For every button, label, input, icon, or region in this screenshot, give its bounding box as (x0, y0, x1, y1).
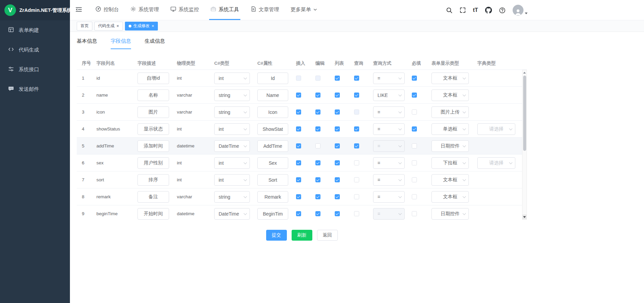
list-checkbox[interactable] (335, 93, 340, 98)
close-icon[interactable]: × (116, 24, 119, 28)
cs-prop-input[interactable]: Remark (257, 191, 288, 203)
edit-checkbox[interactable] (315, 93, 320, 98)
github-icon[interactable] (485, 7, 492, 14)
close-icon[interactable]: × (152, 24, 154, 28)
topnav-item-system-monitor[interactable]: 系统监控 (169, 0, 200, 20)
cs-prop-input[interactable]: Name (257, 89, 288, 101)
required-checkbox[interactable] (412, 93, 417, 98)
insert-checkbox[interactable] (296, 177, 301, 182)
font-size-icon[interactable]: tT (473, 7, 478, 13)
field-desc-input[interactable]: 名称 (137, 89, 169, 101)
cs-type-select[interactable]: string (214, 106, 250, 118)
refresh-button[interactable]: 刷新 (292, 230, 312, 241)
scrollbar-thumb[interactable] (523, 76, 526, 151)
query-checkbox[interactable] (354, 126, 359, 132)
required-checkbox[interactable] (412, 76, 417, 81)
display-type-select[interactable]: 文本框 (431, 89, 469, 101)
display-type-select[interactable]: 文本框 (431, 191, 469, 203)
required-checkbox[interactable] (412, 194, 417, 199)
sidebar-item-send-mail[interactable]: 发送邮件 (0, 79, 70, 99)
query-mode-select[interactable]: = (373, 123, 405, 135)
topnav-item-more-menu[interactable]: 更多菜单 (289, 0, 318, 20)
cs-type-select[interactable]: int (214, 123, 250, 135)
insert-checkbox[interactable] (296, 109, 301, 115)
tab-basic-info[interactable]: 基本信息 (77, 38, 97, 49)
field-desc-input[interactable]: 备注 (137, 191, 169, 203)
insert-checkbox[interactable] (296, 143, 301, 148)
cs-prop-input[interactable]: Icon (257, 106, 288, 118)
display-type-select[interactable]: 文本框 (431, 73, 469, 84)
fullscreen-icon[interactable] (460, 7, 466, 13)
query-checkbox[interactable] (354, 93, 359, 98)
topnav-item-system-tools[interactable]: 系统工具 (209, 0, 240, 20)
list-checkbox[interactable] (335, 76, 340, 81)
cs-type-select[interactable]: int (214, 174, 250, 186)
edit-checkbox[interactable] (315, 160, 320, 165)
submit-button[interactable]: 提交 (266, 230, 287, 241)
query-checkbox[interactable] (354, 177, 359, 182)
sidebar-item-system-api[interactable]: 系统接口 (0, 60, 70, 79)
insert-checkbox[interactable] (296, 93, 301, 98)
field-desc-input[interactable]: 自增id (137, 73, 169, 84)
topnav-item-console[interactable]: 控制台 (94, 0, 120, 20)
cs-type-select[interactable]: string (214, 191, 250, 203)
field-desc-input[interactable]: 添加时间 (137, 140, 169, 152)
list-checkbox[interactable] (335, 109, 340, 115)
cs-type-select[interactable]: int (214, 73, 250, 84)
list-checkbox[interactable] (335, 143, 340, 148)
tab-gen-info[interactable]: 生成信息 (145, 38, 165, 49)
required-checkbox[interactable] (412, 143, 417, 148)
help-icon[interactable] (499, 7, 505, 14)
query-checkbox[interactable] (354, 211, 359, 216)
edit-checkbox[interactable] (315, 109, 320, 115)
edit-checkbox[interactable] (315, 177, 320, 182)
cs-type-select[interactable]: DateTime (214, 208, 250, 220)
sidebar-item-form-builder[interactable]: 表单构建 (0, 20, 70, 40)
query-mode-select[interactable]: = (373, 174, 405, 186)
tag-code-gen[interactable]: 代码生成 × (94, 22, 123, 31)
query-mode-select[interactable]: = (373, 73, 405, 84)
display-type-select[interactable]: 图片上传 (431, 106, 469, 118)
query-mode-select[interactable]: = (373, 157, 405, 169)
required-checkbox[interactable] (412, 211, 417, 216)
field-desc-input[interactable]: 用户性别 (137, 157, 169, 169)
cs-type-select[interactable]: DateTime (214, 140, 250, 152)
query-mode-select[interactable]: = (373, 106, 405, 118)
dict-type-select[interactable]: 请选择 (477, 123, 515, 135)
edit-checkbox[interactable] (315, 194, 320, 199)
display-type-select[interactable]: 文本框 (431, 174, 469, 186)
insert-checkbox[interactable] (296, 126, 301, 132)
list-checkbox[interactable] (335, 194, 340, 199)
insert-checkbox[interactable] (296, 211, 301, 216)
display-type-select[interactable]: 下拉框 (431, 157, 469, 169)
required-checkbox[interactable] (412, 109, 417, 115)
display-type-select[interactable]: 日期控件 (431, 140, 469, 152)
dict-type-select[interactable]: 请选择 (477, 157, 515, 169)
topnav-item-system-mgmt[interactable]: 系统管理 (129, 0, 160, 20)
edit-checkbox[interactable] (315, 126, 320, 132)
cs-prop-input[interactable]: Sex (257, 157, 288, 169)
scroll-down-arrow[interactable] (522, 215, 527, 219)
back-button[interactable]: 返回 (317, 230, 338, 241)
query-checkbox[interactable] (354, 76, 359, 81)
required-checkbox[interactable] (412, 126, 417, 132)
cs-prop-input[interactable]: Id (257, 73, 288, 84)
display-type-select[interactable]: 单选框 (431, 123, 469, 135)
user-menu[interactable] (513, 5, 528, 16)
edit-checkbox[interactable] (315, 143, 320, 148)
field-desc-input[interactable]: 显示状态 (137, 123, 169, 135)
required-checkbox[interactable] (412, 160, 417, 165)
required-checkbox[interactable] (412, 177, 417, 182)
list-checkbox[interactable] (335, 177, 340, 182)
cs-type-select[interactable]: string (214, 89, 250, 101)
sidebar-item-code-gen[interactable]: 代码生成 (0, 40, 70, 60)
topnav-item-article-mgmt[interactable]: 文章管理 (249, 0, 280, 20)
cs-prop-input[interactable]: BeginTim (257, 208, 288, 220)
list-checkbox[interactable] (335, 211, 340, 216)
insert-checkbox[interactable] (296, 160, 301, 165)
cs-prop-input[interactable]: ShowStat (257, 123, 288, 135)
cs-prop-input[interactable]: Sort (257, 174, 288, 186)
tag-gen-edit[interactable]: 生成修改 × (125, 22, 158, 31)
display-type-select[interactable]: 日期控件 (431, 208, 469, 220)
query-checkbox[interactable] (354, 194, 359, 199)
